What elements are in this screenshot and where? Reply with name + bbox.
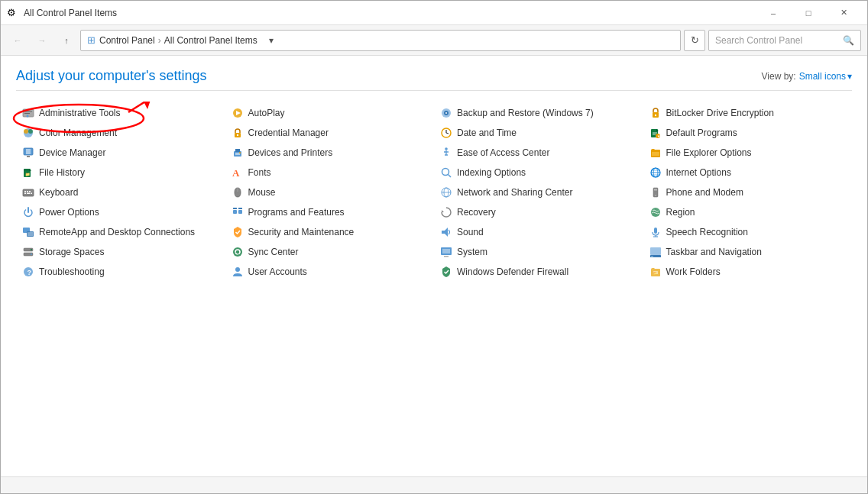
svg-rect-23 <box>31 193 32 195</box>
item-troubleshooting[interactable]: ? Troubleshooting <box>16 262 225 282</box>
item-indexing-options[interactable]: Indexing Options <box>434 163 643 182</box>
svg-line-54 <box>446 133 449 134</box>
item-work-folders[interactable]: 📂 Work Folders <box>643 262 853 282</box>
minimize-button[interactable]: – <box>756 1 791 25</box>
svg-point-67 <box>654 115 656 116</box>
sync-center-icon <box>232 246 244 258</box>
system-label: System <box>457 247 487 257</box>
svg-point-30 <box>31 253 32 255</box>
address-field[interactable]: ⊞ Control Panel › All Control Panel Item… <box>80 30 681 51</box>
item-mouse[interactable]: Mouse <box>225 182 435 202</box>
breadcrumb-all-items[interactable]: All Control Panel Items <box>164 35 257 46</box>
svg-rect-85 <box>650 247 661 255</box>
maximize-button[interactable]: □ <box>791 1 826 25</box>
item-storage-spaces[interactable]: Storage Spaces <box>16 242 225 262</box>
item-speech-recognition[interactable]: Speech Recognition <box>643 222 853 242</box>
item-sound[interactable]: Sound <box>434 222 643 242</box>
item-fonts[interactable]: A Fonts <box>225 163 435 182</box>
svg-text:📂: 📂 <box>653 271 657 275</box>
up-button[interactable]: ↑ <box>56 30 77 51</box>
content-area: Adjust your computer's settings View by:… <box>1 56 867 476</box>
item-date-time[interactable]: Date and Time <box>434 123 643 143</box>
item-network-sharing[interactable]: Network and Sharing Center <box>434 182 643 202</box>
fonts-label: Fonts <box>248 167 271 178</box>
item-taskbar-navigation[interactable]: Taskbar and Navigation <box>643 242 853 262</box>
item-programs-features[interactable]: Programs and Features <box>225 202 435 222</box>
svg-text:📁: 📁 <box>25 172 31 177</box>
column-4: BitLocker Drive Encryption ★ Default Pro… <box>643 103 853 282</box>
column-3: Backup and Restore (Windows 7) Date and … <box>434 103 643 282</box>
item-ease-of-access[interactable]: Ease of Access Center <box>434 143 643 163</box>
svg-text:?: ? <box>28 269 32 276</box>
svg-line-57 <box>449 175 452 178</box>
recovery-icon <box>440 206 452 218</box>
item-devices-printers[interactable]: Devices and Printers <box>225 143 435 163</box>
refresh-button[interactable]: ↻ <box>684 30 705 51</box>
view-by-value[interactable]: Small icons ▾ <box>799 71 852 82</box>
content-header: Adjust your computer's settings View by:… <box>16 68 852 91</box>
devices-printers-icon <box>232 147 244 159</box>
windows-defender-icon <box>440 266 452 278</box>
item-system[interactable]: System <box>434 242 643 262</box>
forward-button[interactable]: → <box>31 30 53 51</box>
item-region[interactable]: Region <box>643 202 853 222</box>
mouse-label: Mouse <box>248 187 276 198</box>
item-file-history[interactable]: 📁 File History <box>16 163 225 182</box>
credential-manager-label: Credential Manager <box>248 128 329 138</box>
item-bitlocker[interactable]: BitLocker Drive Encryption <box>643 103 853 123</box>
column-2: AutoPlay Credential Manager Devices and … <box>225 103 435 282</box>
svg-rect-72 <box>652 152 659 156</box>
item-recovery[interactable]: Recovery <box>434 202 643 222</box>
svg-point-55 <box>445 147 448 150</box>
device-manager-label: Device Manager <box>39 147 105 158</box>
item-keyboard[interactable]: Keyboard <box>16 182 225 202</box>
item-remoteapp[interactable]: RemoteApp and Desktop Connections <box>16 222 225 242</box>
sound-icon <box>440 226 452 238</box>
item-phone-modem[interactable]: Phone and Modem <box>643 182 853 202</box>
item-default-programs[interactable]: ★ Default Programs <box>643 123 853 143</box>
svg-rect-87 <box>651 256 653 257</box>
search-box[interactable]: Search Control Panel 🔍 <box>708 30 861 51</box>
user-accounts-icon <box>232 266 244 278</box>
bitlocker-icon <box>649 107 662 119</box>
item-security-maintenance[interactable]: Security and Maintenance <box>225 222 435 242</box>
item-backup-restore[interactable]: Backup and Restore (Windows 7) <box>434 103 643 123</box>
svg-point-36 <box>236 134 238 136</box>
breadcrumb-sep-1: › <box>158 35 161 46</box>
page-title: Adjust your computer's settings <box>16 68 207 84</box>
window-title: All Control Panel Items <box>24 8 756 18</box>
close-button[interactable]: ✕ <box>826 1 861 25</box>
svg-point-8 <box>24 129 28 134</box>
column-1: Administrative Tools Color Management De… <box>16 103 225 282</box>
item-internet-options[interactable]: Internet Options <box>643 163 853 182</box>
indexing-options-icon <box>440 166 452 179</box>
item-power-options[interactable]: Power Options <box>16 202 225 222</box>
item-credential-manager[interactable]: Credential Manager <box>225 123 435 143</box>
date-time-icon <box>440 127 452 139</box>
power-options-icon <box>22 206 34 218</box>
item-color-management[interactable]: Color Management <box>16 123 225 143</box>
recovery-label: Recovery <box>457 207 496 218</box>
svg-point-9 <box>28 129 33 134</box>
item-user-accounts[interactable]: User Accounts <box>225 262 435 282</box>
item-device-manager[interactable]: Device Manager <box>16 143 225 163</box>
back-button[interactable]: ← <box>7 30 28 51</box>
programs-features-icon <box>232 206 244 218</box>
items-grid: Administrative Tools Color Management De… <box>16 103 852 282</box>
keyboard-label: Keyboard <box>39 187 78 198</box>
item-sync-center[interactable]: Sync Center <box>225 242 435 262</box>
svg-point-47 <box>233 247 242 257</box>
work-folders-icon: 📂 <box>649 266 662 278</box>
item-file-explorer-options[interactable]: File Explorer Options <box>643 143 853 163</box>
address-dropdown-arrow[interactable]: ▾ <box>264 35 279 46</box>
phone-modem-label: Phone and Modem <box>666 187 743 198</box>
item-autoplay[interactable]: AutoPlay <box>225 103 435 123</box>
device-manager-icon <box>22 147 34 159</box>
svg-marker-62 <box>442 228 448 237</box>
date-time-label: Date and Time <box>457 128 517 138</box>
autoplay-icon <box>232 107 244 119</box>
status-bar <box>1 476 867 493</box>
item-administrative-tools[interactable]: Administrative Tools <box>16 103 225 123</box>
item-windows-defender[interactable]: Windows Defender Firewall <box>434 262 643 282</box>
breadcrumb-control-panel[interactable]: Control Panel <box>99 35 155 46</box>
